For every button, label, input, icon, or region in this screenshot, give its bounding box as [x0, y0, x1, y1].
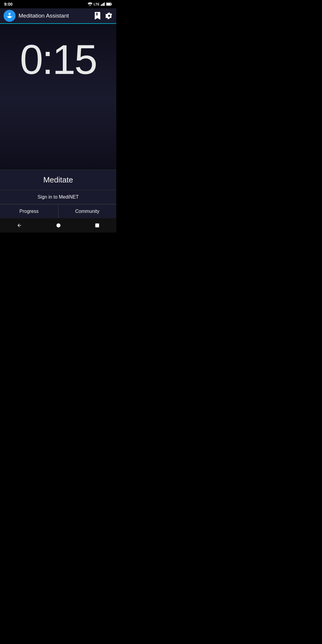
gear-icon — [106, 12, 113, 19]
status-bar: 9:00 LTE — [0, 0, 116, 8]
svg-rect-5 — [111, 4, 112, 5]
bookmark-icon — [94, 12, 101, 20]
recents-icon — [95, 223, 100, 228]
svg-point-9 — [56, 223, 61, 227]
meditate-button[interactable]: Meditate — [0, 170, 116, 190]
lte-indicator: LTE — [94, 2, 100, 6]
wifi-icon — [88, 2, 92, 6]
bottom-nav: Progress Community — [0, 204, 116, 218]
main-content: 0:15 — [0, 24, 116, 173]
home-icon — [56, 223, 61, 228]
system-nav-bar — [0, 218, 116, 233]
bookmark-button[interactable] — [94, 12, 101, 20]
status-icons: LTE — [88, 2, 112, 6]
app-bar: Meditation Assistant — [0, 8, 116, 24]
back-icon — [17, 223, 22, 228]
svg-point-7 — [9, 13, 11, 15]
progress-button[interactable]: Progress — [0, 205, 58, 218]
status-time: 9:00 — [4, 2, 13, 7]
svg-rect-8 — [96, 13, 97, 16]
signal-icon — [101, 2, 105, 6]
settings-button[interactable] — [106, 12, 113, 19]
svg-rect-0 — [101, 4, 102, 6]
back-button[interactable] — [17, 223, 22, 228]
battery-icon — [106, 2, 112, 6]
svg-rect-3 — [104, 2, 105, 6]
recents-button[interactable] — [95, 223, 100, 228]
svg-rect-10 — [95, 224, 99, 227]
app-bar-actions — [94, 12, 113, 20]
svg-rect-2 — [103, 3, 104, 6]
svg-rect-1 — [102, 4, 103, 6]
bottom-panel: Meditate Sign in to MediNET Progress Com… — [0, 170, 116, 218]
app-title: Meditation Assistant — [18, 13, 94, 19]
signin-button[interactable]: Sign in to MediNET — [0, 190, 116, 204]
app-logo — [4, 10, 16, 22]
home-button[interactable] — [56, 223, 61, 228]
svg-rect-6 — [106, 3, 111, 5]
meditation-logo-icon — [6, 12, 13, 20]
community-button[interactable]: Community — [58, 205, 117, 218]
timer-display[interactable]: 0:15 — [20, 39, 96, 80]
